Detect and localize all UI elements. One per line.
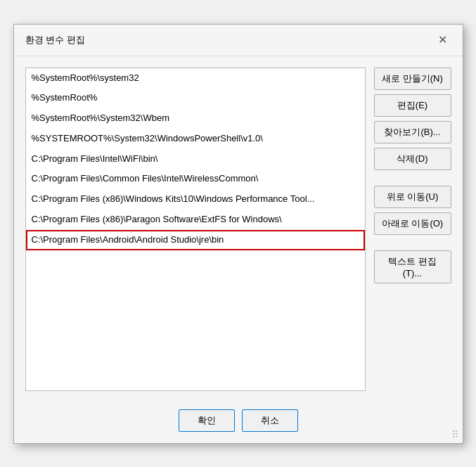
list-item[interactable]: C:\Program Files (x86)\Paragon Software\… <box>26 210 365 230</box>
move-up-button[interactable]: 위로 이동(U) <box>374 186 451 208</box>
close-button[interactable]: ✕ <box>435 32 451 49</box>
cancel-button[interactable]: 취소 <box>242 409 298 432</box>
title-bar: 환경 변수 편집 ✕ <box>14 25 463 56</box>
edit-button[interactable]: 편집(E) <box>374 94 451 117</box>
ok-button[interactable]: 확인 <box>179 409 235 432</box>
resize-handle: ⠿ <box>451 429 458 440</box>
list-item[interactable]: %SystemRoot% <box>26 88 365 108</box>
list-item[interactable]: %SystemRoot%\system32 <box>26 68 365 89</box>
list-item[interactable]: C:\Program Files\Common Files\Intel\Wire… <box>26 169 365 189</box>
dialog-body: %SystemRoot%\system32%SystemRoot%%System… <box>14 56 463 402</box>
list-item[interactable]: %SYSTEMROOT%\System32\WindowsPowerShell\… <box>26 129 365 149</box>
list-item[interactable]: C:\Program Files\Android\Android Studio\… <box>26 230 365 250</box>
list-item[interactable]: C:\Program Files\Intel\WiFi\bin\ <box>26 149 365 169</box>
delete-button[interactable]: 삭제(D) <box>374 148 451 170</box>
buttons-panel: 새로 만들기(N) 편집(E) 찾아보기(B)... 삭제(D) 위로 이동(U… <box>374 68 451 391</box>
environment-variable-dialog: 환경 변수 편집 ✕ %SystemRoot%\system32%SystemR… <box>13 24 463 444</box>
text-edit-button[interactable]: 텍스트 편집(T)... <box>374 250 451 283</box>
spacer-2 <box>374 239 451 246</box>
browse-button[interactable]: 찾아보기(B)... <box>374 121 451 143</box>
list-item[interactable]: %SystemRoot%\System32\Wbem <box>26 108 365 129</box>
move-down-button[interactable]: 아래로 이동(O) <box>374 212 451 235</box>
dialog-footer: 확인 취소 <box>14 402 463 443</box>
new-button[interactable]: 새로 만들기(N) <box>374 68 451 90</box>
path-list[interactable]: %SystemRoot%\system32%SystemRoot%%System… <box>25 68 366 391</box>
list-item[interactable]: C:\Program Files (x86)\Windows Kits\10\W… <box>26 189 365 210</box>
spacer-1 <box>374 174 451 181</box>
dialog-title: 환경 변수 편집 <box>25 34 85 46</box>
